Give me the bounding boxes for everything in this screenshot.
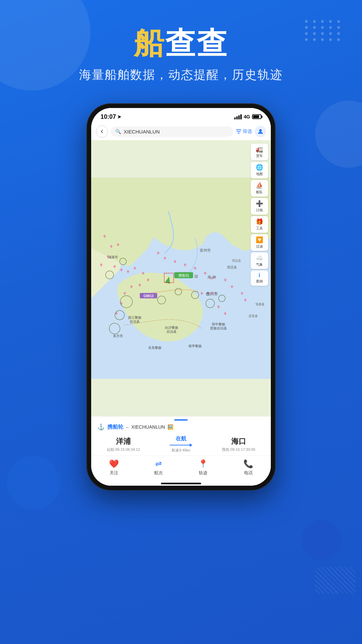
svg-text:屯昌县: 屯昌县 bbox=[255, 303, 264, 306]
svg-text:琼: 琼 bbox=[194, 274, 198, 278]
title-rest: 查查 bbox=[165, 26, 228, 60]
signal-strength bbox=[234, 114, 242, 119]
voyage-button[interactable]: ⇌ 航次 bbox=[154, 459, 163, 476]
to-port: 海口 预抵:09-15 17:30:00 bbox=[213, 436, 265, 452]
ship-type-icon: ⚓ bbox=[97, 423, 105, 431]
to-port-name: 海口 bbox=[213, 436, 265, 446]
ship-info-header: ⚓ 携船轮 – XIECHUANLUN 🖼️ bbox=[91, 422, 271, 434]
toolbar-tools[interactable]: 🎁 工具 bbox=[251, 216, 268, 233]
phone-button[interactable]: 📞 电话 bbox=[243, 459, 253, 476]
bg-decoration-2 bbox=[315, 101, 362, 168]
network-type: 4G bbox=[244, 114, 250, 119]
search-input-area[interactable]: 🔍 XIECHUANLUN bbox=[111, 126, 233, 137]
filter-button[interactable]: 筛选 bbox=[236, 128, 252, 135]
navigation-icon: ➤ bbox=[117, 114, 121, 119]
track-icon: 📍 bbox=[198, 459, 208, 469]
voyage-label: 航次 bbox=[154, 470, 163, 476]
panel-handle[interactable] bbox=[91, 417, 271, 422]
svg-text:东方市: 东方市 bbox=[113, 334, 123, 338]
search-bar: 🔍 XIECHUANLUN 筛选 bbox=[91, 123, 271, 140]
svg-text:自治县: 自治县 bbox=[130, 320, 140, 323]
follow-button[interactable]: ❤️ 关注 bbox=[109, 459, 119, 476]
image-icon[interactable]: 🖼️ bbox=[168, 424, 173, 430]
svg-text:澄迈县: 澄迈县 bbox=[232, 259, 241, 262]
legend-i-icon: i bbox=[259, 272, 260, 278]
action-buttons: ❤️ 关注 ⇌ 航次 📍 轨迹 📞 电话 bbox=[91, 456, 271, 480]
phone-label: 电话 bbox=[244, 470, 253, 476]
status-time: 10:07 ➤ bbox=[101, 113, 121, 120]
home-indicator bbox=[91, 480, 271, 486]
right-toolbar: 🚛 货车 🌐 地图 ⛵ 船队 ➕ 订阅 bbox=[251, 144, 268, 286]
svg-text:苗族自治县: 苗族自治县 bbox=[210, 326, 227, 330]
from-port-name: 洋浦 bbox=[97, 436, 149, 446]
to-port-meta: 预抵:09-15 17:30:00 bbox=[213, 447, 265, 452]
toolbar-truck[interactable]: 🚛 货车 bbox=[251, 144, 268, 160]
svg-text:乐东黎族: 乐东黎族 bbox=[148, 346, 162, 350]
name-dash: – bbox=[126, 424, 129, 430]
svg-text:昌江黎族: 昌江黎族 bbox=[128, 316, 141, 319]
battery-indicator bbox=[252, 114, 261, 119]
svg-text:城港市: 城港市 bbox=[108, 255, 118, 259]
app-subtitle: 海量船舶数据，动态提醒，历史轨迹 bbox=[0, 67, 362, 83]
track-button[interactable]: 📍 轨迹 bbox=[198, 459, 208, 476]
svg-text:富州市: 富州市 bbox=[200, 248, 211, 252]
svg-text:自治县: 自治县 bbox=[167, 330, 177, 333]
back-button[interactable] bbox=[96, 125, 108, 138]
status-bar: 10:07 ➤ 4G bbox=[91, 108, 271, 123]
svg-text:定安县: 定安县 bbox=[249, 314, 258, 318]
phone-screen: 10:07 ➤ 4G bbox=[91, 108, 271, 486]
filter-label: 筛选 bbox=[243, 128, 252, 135]
toolbar-subscribe[interactable]: ➕ 订阅 bbox=[251, 198, 268, 215]
toolbar-legend[interactable]: i 图例 bbox=[251, 270, 268, 286]
route-middle: 在航 航速9.40kn bbox=[149, 435, 213, 453]
from-port-meta: 起航:09-15 06:34:12 bbox=[97, 447, 149, 452]
bottom-panel: ⚓ 携船轮 – XIECHUANLUN 🖼️ 洋浦 起航:09-15 06:34… bbox=[91, 416, 271, 486]
route-speed: 航速9.40kn bbox=[172, 448, 190, 453]
svg-text:琼中黎族: 琼中黎族 bbox=[212, 322, 225, 326]
route-arrow bbox=[149, 443, 213, 447]
svg-text:白沙黎族: 白沙黎族 bbox=[165, 326, 178, 329]
svg-text:保亭黎族: 保亭黎族 bbox=[188, 344, 202, 348]
svg-text:澄迈县: 澄迈县 bbox=[227, 265, 237, 269]
status-icons: 4G bbox=[234, 114, 261, 119]
phone-icon: 📞 bbox=[243, 459, 253, 469]
toolbar-fleet[interactable]: ⛵ 船队 bbox=[251, 180, 268, 197]
ship-en-name: XIECHUANLUN bbox=[131, 424, 165, 430]
phone-mockup: 10:07 ➤ 4G bbox=[87, 104, 275, 490]
map-area[interactable]: G9813 富州市 澄迈县 临高县 海 峡 儋州市 海口市 昌江黎族 自治县 白… bbox=[91, 140, 271, 416]
bg-diagonal-lines bbox=[315, 567, 355, 594]
phone-outer: 10:07 ➤ 4G bbox=[87, 104, 275, 490]
title-highlight: 船 bbox=[134, 26, 165, 60]
route-info: 洋浦 起航:09-15 06:34:12 在航 航速9.40kn 海口 预抵:0 bbox=[91, 434, 271, 456]
ship-cn-name: 携船轮 bbox=[107, 424, 123, 431]
search-icon: 🔍 bbox=[115, 129, 121, 134]
bg-decoration-4 bbox=[302, 520, 342, 560]
track-label: 轨迹 bbox=[199, 470, 207, 476]
from-port: 洋浦 起航:09-15 06:34:12 bbox=[97, 436, 149, 452]
follow-label: 关注 bbox=[110, 470, 118, 476]
app-title: 船查查 bbox=[0, 27, 362, 60]
svg-text:携船轮: 携船轮 bbox=[178, 273, 189, 277]
search-query: XIECHUANLUN bbox=[124, 129, 160, 135]
bg-decoration-3 bbox=[7, 456, 60, 510]
toolbar-filter[interactable]: 🔽 过滤 bbox=[251, 234, 268, 251]
toolbar-weather[interactable]: ☁️ 气象 bbox=[251, 252, 268, 269]
toolbar-map[interactable]: 🌐 地图 bbox=[251, 162, 268, 178]
route-status: 在航 bbox=[176, 435, 186, 442]
follow-icon: ❤️ bbox=[109, 459, 119, 469]
user-avatar[interactable] bbox=[255, 126, 266, 137]
voyage-icon: ⇌ bbox=[155, 459, 162, 469]
app-header: 船查查 海量船舶数据，动态提醒，历史轨迹 bbox=[0, 0, 362, 83]
svg-text:G9813: G9813 bbox=[143, 294, 154, 298]
svg-point-0 bbox=[259, 129, 262, 132]
